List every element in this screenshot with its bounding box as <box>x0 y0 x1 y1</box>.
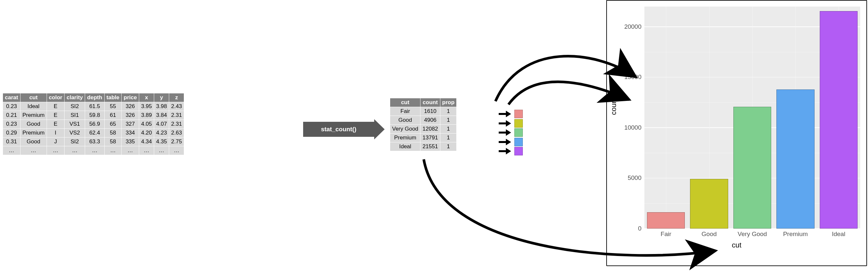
y-tick-label: 20000 <box>612 23 642 30</box>
table-cell: 0.29 <box>3 129 21 137</box>
table-cell: Good <box>20 120 46 129</box>
table-cell: 0.31 <box>3 137 21 146</box>
table-cell: 61.5 <box>85 102 104 111</box>
column-header: clarity <box>65 93 85 102</box>
y-axis-label: count <box>610 97 618 115</box>
table-cell: 1 <box>440 107 457 116</box>
table-cell: SI2 <box>65 137 85 146</box>
table-cell: 61 <box>104 111 122 120</box>
table-row: Very Good120821 <box>390 125 457 134</box>
table-cell: 3.95 <box>139 102 154 111</box>
table-cell: E <box>46 111 65 120</box>
x-tick-label: Good <box>690 231 729 238</box>
y-tick-label: 10000 <box>612 124 642 131</box>
table-cell: 56.9 <box>85 120 104 129</box>
diagram-canvas: caratcutcolorclaritydepthtablepricexyz 0… <box>0 0 868 271</box>
column-header: z <box>169 93 184 102</box>
table-cell: 4.23 <box>154 129 169 137</box>
arrow-right-icon <box>499 140 511 144</box>
table-cell: 62.4 <box>85 129 104 137</box>
table-cell: 4.07 <box>154 120 169 129</box>
table-cell: … <box>85 146 104 155</box>
table-cell: 1 <box>440 142 457 151</box>
table-cell: 3.98 <box>154 102 169 111</box>
table-row: 0.21PremiumESI159.8613263.893.842.31 <box>3 111 184 120</box>
table-cell: 326 <box>122 102 139 111</box>
table-cell: 4.05 <box>139 120 154 129</box>
table-cell: Good <box>20 137 46 146</box>
y-tick-label: 0 <box>612 225 642 232</box>
x-tick-label: Very Good <box>733 231 772 238</box>
table-cell: 4.34 <box>139 137 154 146</box>
bar <box>733 107 772 228</box>
color-swatch <box>514 138 523 146</box>
table-cell: 4.35 <box>154 137 169 146</box>
table-cell: 1 <box>440 134 457 142</box>
table-cell: 326 <box>122 111 139 120</box>
table-cell: I <box>46 129 65 137</box>
table-cell: 327 <box>122 120 139 129</box>
table-cell: 13791 <box>421 134 440 142</box>
table-cell: … <box>20 146 46 155</box>
table-cell: 21551 <box>421 142 440 151</box>
table-cell: … <box>139 146 154 155</box>
swatch-row <box>499 128 523 137</box>
arrow-right-icon <box>499 130 511 135</box>
column-header: prop <box>440 98 457 107</box>
color-swatch <box>514 110 523 118</box>
table-cell: 59.8 <box>85 111 104 120</box>
swatch-row <box>499 137 523 147</box>
table-cell: Fair <box>390 107 421 116</box>
bar <box>647 212 685 228</box>
table-row: Good49061 <box>390 116 457 125</box>
table-cell: 2.31 <box>169 111 184 120</box>
table-cell: … <box>104 146 122 155</box>
table-cell: … <box>46 146 65 155</box>
table-cell: 2.31 <box>169 120 184 129</box>
table-row: Ideal215511 <box>390 142 457 151</box>
x-axis-label: cut <box>607 241 866 249</box>
column-header: carat <box>3 93 21 102</box>
bar <box>820 11 858 228</box>
table-cell: 1 <box>440 116 457 125</box>
color-swatch <box>514 128 523 137</box>
table-cell: 63.3 <box>85 137 104 146</box>
table-cell: 335 <box>122 137 139 146</box>
table-row: 0.23IdealESI261.5553263.953.982.43 <box>3 102 184 111</box>
table-cell: 2.43 <box>169 102 184 111</box>
stat-count-label: stat_count() <box>321 126 356 133</box>
column-header: price <box>122 93 139 102</box>
arrow-right-icon <box>499 121 511 126</box>
aggregated-table: cutcountprop Fair16101Good49061Very Good… <box>390 98 457 151</box>
stat-count-arrow: stat_count() <box>303 122 384 137</box>
swatch-row <box>499 146 523 156</box>
column-header: count <box>421 98 440 107</box>
table-cell: 65 <box>104 120 122 129</box>
column-header: cut <box>390 98 421 107</box>
table-cell: 3.84 <box>154 111 169 120</box>
table-cell: 12082 <box>421 125 440 134</box>
arrow-right-icon <box>499 112 511 116</box>
table-cell: 4.20 <box>139 129 154 137</box>
table-cell: SI2 <box>65 102 85 111</box>
table-cell: 55 <box>104 102 122 111</box>
table-cell: 58 <box>104 137 122 146</box>
column-header: color <box>46 93 65 102</box>
table-cell: 3.89 <box>139 111 154 120</box>
table-cell: … <box>65 146 85 155</box>
swatch-mapping <box>499 109 523 156</box>
bar-chart: count cut 05000100001500020000 FairGoodV… <box>606 0 867 266</box>
table-row: Fair16101 <box>390 107 457 116</box>
table-row: ………………………… <box>3 146 184 155</box>
swatch-row <box>499 119 523 128</box>
y-tick-label: 5000 <box>612 174 642 182</box>
plot-area <box>644 6 860 228</box>
bar <box>690 179 728 228</box>
table-cell: Good <box>390 116 421 125</box>
table-cell: … <box>169 146 184 155</box>
table-cell: J <box>46 137 65 146</box>
table-cell: 1 <box>440 125 457 134</box>
table-row: 0.31GoodJSI263.3583354.344.352.75 <box>3 137 184 146</box>
column-header: depth <box>85 93 104 102</box>
column-header: y <box>154 93 169 102</box>
